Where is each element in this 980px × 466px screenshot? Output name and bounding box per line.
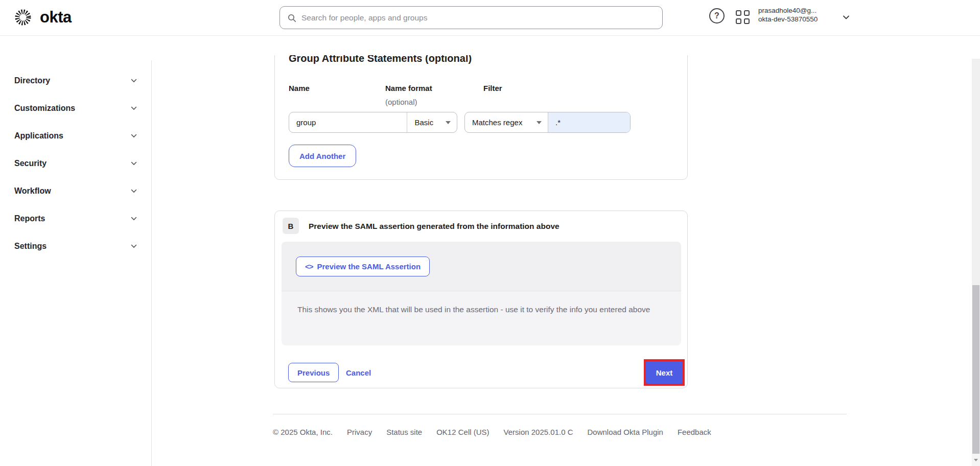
preview-description: This shows you the XML that will be used… [297,302,667,316]
filter-value-field[interactable] [548,112,630,132]
footer-link-feedback[interactable]: Feedback [678,428,711,436]
sidebar-item-label: Settings [14,242,46,251]
okta-sunburst-icon [13,8,33,27]
chevron-down-icon [130,159,138,168]
chevron-down-icon [130,187,138,195]
user-org: okta-dev-53870550 [758,15,818,24]
group-attribute-statements-card: Group Attribute Statements (optional) Na… [274,55,688,180]
name-and-format-fieldgroup: Basic [289,112,457,133]
preview-saml-card: B Preview the SAML assertion generated f… [274,211,688,388]
name-column-label: Name [289,84,310,92]
previous-button[interactable]: Previous [288,363,339,382]
chevron-down-icon [130,215,138,223]
name-format-optional-note: (optional) [385,98,417,106]
user-menu[interactable]: prasadhole40@g... okta-dev-53870550 [758,6,818,24]
name-format-column-label: Name format [385,84,432,92]
preview-saml-assertion-button[interactable]: <> Preview the SAML Assertion [296,257,430,276]
global-search[interactable] [279,6,663,29]
search-icon [287,13,296,22]
filter-fieldgroup: Matches regex [464,112,631,133]
grid-square [736,18,741,24]
code-brackets-icon: <> [305,262,313,271]
caret-down-icon [446,121,451,124]
chevron-down-icon[interactable] [841,12,851,22]
cancel-link[interactable]: Cancel [346,363,371,382]
filter-column-label: Filter [483,84,502,92]
sidebar-item-label: Customizations [14,104,75,113]
footer-version: Version 2025.01.0 C [504,428,573,436]
grid-square [744,10,750,16]
sidebar-item-security[interactable]: Security [0,150,151,177]
scrollbar-down-arrow[interactable] [972,454,980,466]
click-target-annotation: Next [644,359,685,386]
footer-cell-info: OK12 Cell (US) [436,428,489,436]
grid-square [744,18,750,24]
help-icon[interactable]: ? [709,8,725,24]
footer-link-privacy[interactable]: Privacy [347,428,372,436]
grid-square [736,10,741,16]
footer-link-download-plugin[interactable]: Download Okta Plugin [587,428,663,436]
sidebar-nav: Directory Customizations Applications Se… [0,60,152,466]
footer-link-status-site[interactable]: Status site [386,428,422,436]
add-another-button[interactable]: Add Another [289,145,356,167]
help-glyph: ? [714,11,719,20]
preview-button-label: Preview the SAML Assertion [317,262,421,271]
sidebar-item-label: Security [14,159,46,168]
scrollbar [972,0,980,466]
chevron-down-icon [130,104,138,112]
okta-logo[interactable]: okta [13,7,72,28]
preview-section-title: Preview the SAML assertion generated fro… [309,222,559,231]
sidebar-item-workflow[interactable]: Workflow [0,177,151,205]
sidebar-item-label: Reports [14,214,45,223]
sidebar-item-directory[interactable]: Directory [0,67,151,95]
filter-type-select[interactable]: Matches regex [465,112,548,132]
group-attribute-heading: Group Attribute Statements (optional) [289,55,472,65]
sidebar-item-label: Workflow [14,187,51,196]
preview-button-panel: <> Preview the SAML Assertion [282,242,681,291]
name-format-select[interactable]: Basic [407,112,457,132]
sidebar-item-label: Directory [14,76,50,85]
next-button[interactable]: Next [646,361,683,384]
triangle-down-icon [974,459,978,461]
copyright-text: © 2025 Okta, Inc. [273,428,333,436]
sidebar-item-label: Applications [14,131,63,141]
sidebar-item-settings[interactable]: Settings [0,232,151,260]
footer-divider [273,414,847,414]
sidebar-item-reports[interactable]: Reports [0,205,151,232]
filter-type-value: Matches regex [472,118,522,127]
sidebar-item-applications[interactable]: Applications [0,122,151,150]
group-name-field[interactable] [289,112,407,132]
scrollbar-thumb[interactable] [972,285,979,454]
step-b-badge: B [283,218,299,234]
caret-down-icon [536,121,542,124]
main-content: Group Attribute Statements (optional) Na… [152,55,972,466]
footer: © 2025 Okta, Inc. Privacy Status site OK… [273,424,711,439]
search-input[interactable] [301,13,655,22]
group-name-input[interactable] [289,112,407,132]
preview-description-panel: This shows you the XML that will be used… [282,291,681,345]
chevron-down-icon [130,77,138,85]
filter-value-input[interactable] [548,112,630,132]
app-switcher-icon[interactable] [736,10,750,25]
chevron-down-icon [130,132,138,140]
chevron-down-icon [130,242,138,250]
top-header: okta ? prasadhole40@g... okta-dev-538705… [0,0,980,36]
name-format-value: Basic [414,118,433,127]
okta-wordmark: okta [40,7,72,28]
sidebar-item-customizations[interactable]: Customizations [0,95,151,122]
user-email: prasadhole40@g... [758,6,818,15]
